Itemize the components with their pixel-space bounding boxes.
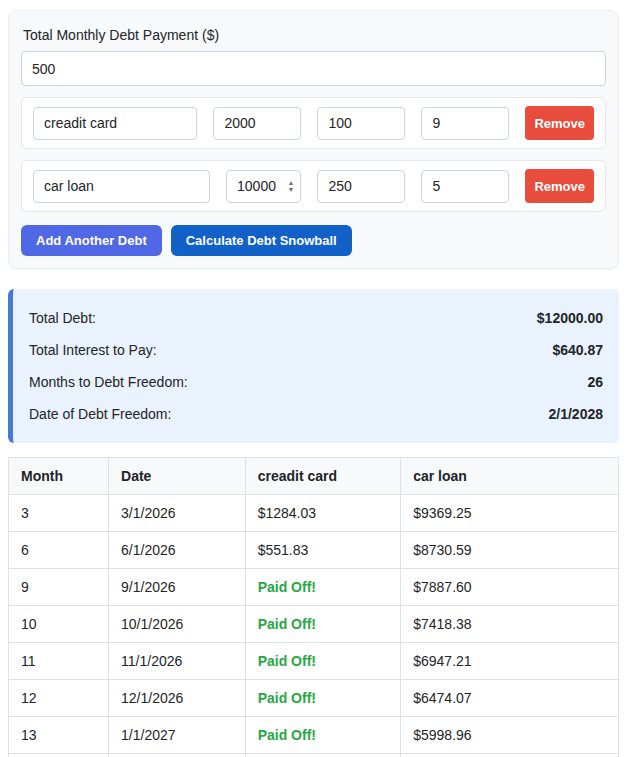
table-row: 14 2/1/2027 Paid Off! $5521.88 xyxy=(9,754,619,757)
cell-date: 9/1/2026 xyxy=(109,569,246,606)
table-row: 13 1/1/2027 Paid Off! $5998.96 xyxy=(9,717,619,754)
months-to-freedom-value: 26 xyxy=(587,374,603,390)
cell-debt2-balance: $5998.96 xyxy=(401,717,619,754)
stepper-down-icon[interactable]: ▼ xyxy=(287,186,294,193)
cell-debt1-balance: Paid Off! xyxy=(245,606,401,643)
cell-date: 12/1/2026 xyxy=(109,680,246,717)
form-actions: Add Another Debt Calculate Debt Snowball xyxy=(21,225,606,256)
cell-date: 6/1/2026 xyxy=(109,532,246,569)
cell-month: 9 xyxy=(9,569,109,606)
cell-debt1-balance: Paid Off! xyxy=(245,643,401,680)
debt-name-input[interactable] xyxy=(33,170,210,203)
cell-debt1-balance: Paid Off! xyxy=(245,754,401,757)
table-row: 10 10/1/2026 Paid Off! $7418.38 xyxy=(9,606,619,643)
column-header-month: Month xyxy=(9,458,109,495)
debt-name-input[interactable] xyxy=(33,107,197,140)
cell-date: 1/1/2027 xyxy=(109,717,246,754)
cell-debt1-balance: $551.83 xyxy=(245,532,401,569)
debt-form-card: Total Monthly Debt Payment ($) Remove ▲▼… xyxy=(8,10,619,269)
table-header: Month Date creadit card car loan xyxy=(9,458,619,495)
remove-debt-button[interactable]: Remove xyxy=(525,106,594,140)
column-header-debt2: car loan xyxy=(401,458,619,495)
freedom-date-value: 2/1/2028 xyxy=(549,406,604,422)
cell-month: 3 xyxy=(9,495,109,532)
debt-row: ▲▼ Remove xyxy=(21,160,606,212)
table-header-row: Month Date creadit card car loan xyxy=(9,458,619,495)
cell-debt2-balance: $5521.88 xyxy=(401,754,619,757)
cell-month: 14 xyxy=(9,754,109,757)
debt-min-payment-input[interactable] xyxy=(317,107,405,140)
add-debt-button[interactable]: Add Another Debt xyxy=(21,225,162,256)
table-row: 9 9/1/2026 Paid Off! $7887.60 xyxy=(9,569,619,606)
cell-date: 2/1/2027 xyxy=(109,754,246,757)
summary-row-months-to-freedom: Months to Debt Freedom: 26 xyxy=(29,366,603,398)
cell-month: 6 xyxy=(9,532,109,569)
payoff-schedule-table: Month Date creadit card car loan 3 3/1/2… xyxy=(8,457,619,757)
total-interest-label: Total Interest to Pay: xyxy=(29,342,157,358)
debt-rate-input[interactable] xyxy=(421,170,509,203)
number-stepper-icon[interactable]: ▲▼ xyxy=(287,179,294,193)
total-debt-label: Total Debt: xyxy=(29,310,96,326)
total-interest-value: $640.87 xyxy=(552,342,603,358)
cell-month: 13 xyxy=(9,717,109,754)
debt-rate-input[interactable] xyxy=(421,107,509,140)
debt-balance-stepper: ▲▼ xyxy=(226,170,301,203)
calculate-snowball-button[interactable]: Calculate Debt Snowball xyxy=(171,225,352,256)
cell-debt2-balance: $7887.60 xyxy=(401,569,619,606)
total-debt-value: $12000.00 xyxy=(537,310,603,326)
summary-row-total-debt: Total Debt: $12000.00 xyxy=(29,302,603,334)
cell-debt1-balance: Paid Off! xyxy=(245,717,401,754)
cell-debt1-balance: Paid Off! xyxy=(245,680,401,717)
cell-date: 3/1/2026 xyxy=(109,495,246,532)
table-row: 11 11/1/2026 Paid Off! $6947.21 xyxy=(9,643,619,680)
cell-debt2-balance: $6474.07 xyxy=(401,680,619,717)
page: Total Monthly Debt Payment ($) Remove ▲▼… xyxy=(0,0,627,757)
debt-row: Remove xyxy=(21,97,606,149)
cell-debt2-balance: $7418.38 xyxy=(401,606,619,643)
table-row: 6 6/1/2026 $551.83 $8730.59 xyxy=(9,532,619,569)
debt-balance-input[interactable] xyxy=(213,107,301,140)
cell-debt2-balance: $8730.59 xyxy=(401,532,619,569)
cell-debt1-balance: $1284.03 xyxy=(245,495,401,532)
cell-month: 11 xyxy=(9,643,109,680)
freedom-date-label: Date of Debt Freedom: xyxy=(29,406,171,422)
cell-month: 12 xyxy=(9,680,109,717)
monthly-payment-input[interactable] xyxy=(21,51,606,86)
stepper-up-icon[interactable]: ▲ xyxy=(287,179,294,186)
debt-min-payment-input[interactable] xyxy=(317,170,405,203)
cell-month: 10 xyxy=(9,606,109,643)
cell-debt2-balance: $9369.25 xyxy=(401,495,619,532)
cell-debt2-balance: $6947.21 xyxy=(401,643,619,680)
cell-date: 10/1/2026 xyxy=(109,606,246,643)
summary-row-total-interest: Total Interest to Pay: $640.87 xyxy=(29,334,603,366)
column-header-date: Date xyxy=(109,458,246,495)
summary-row-freedom-date: Date of Debt Freedom: 2/1/2028 xyxy=(29,398,603,430)
table-body: 3 3/1/2026 $1284.03 $9369.25 6 6/1/2026 … xyxy=(9,495,619,757)
cell-debt1-balance: Paid Off! xyxy=(245,569,401,606)
monthly-payment-label: Total Monthly Debt Payment ($) xyxy=(23,27,604,43)
cell-date: 11/1/2026 xyxy=(109,643,246,680)
results-summary-panel: Total Debt: $12000.00 Total Interest to … xyxy=(8,289,619,443)
column-header-debt1: creadit card xyxy=(245,458,401,495)
table-row: 3 3/1/2026 $1284.03 $9369.25 xyxy=(9,495,619,532)
months-to-freedom-label: Months to Debt Freedom: xyxy=(29,374,188,390)
table-row: 12 12/1/2026 Paid Off! $6474.07 xyxy=(9,680,619,717)
remove-debt-button[interactable]: Remove xyxy=(525,169,594,203)
